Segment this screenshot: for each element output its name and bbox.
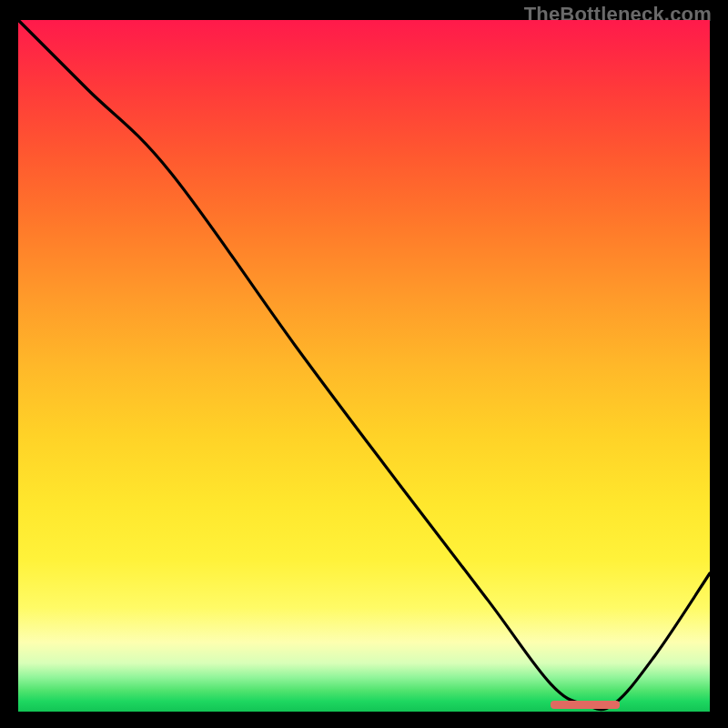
curve-layer xyxy=(18,20,710,712)
bottleneck-curve xyxy=(18,20,710,710)
plot-area xyxy=(18,20,710,712)
chart-stage: TheBottleneck.com xyxy=(0,0,728,728)
